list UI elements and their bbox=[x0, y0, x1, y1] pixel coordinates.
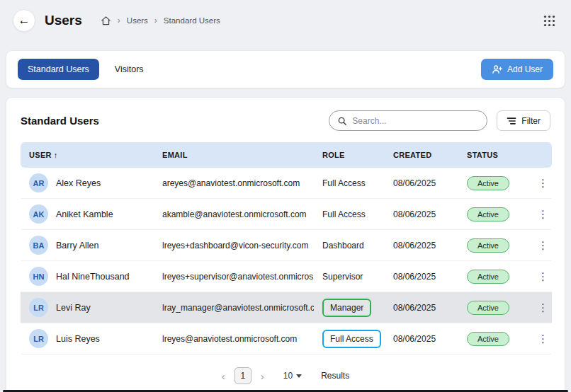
users-table: USER↑ EMAIL ROLE CREATED STATUS AR Alex … bbox=[21, 142, 552, 354]
avatar: LR bbox=[29, 298, 48, 317]
results-label: Results bbox=[321, 371, 349, 381]
email-cell: akamble@anaviotest.onmicrosoft.com bbox=[154, 199, 314, 230]
standard-users-panel: Standard Users Filter USER↑ EMAIL bbox=[6, 97, 565, 392]
status-cell: Active bbox=[458, 292, 526, 323]
kebab-menu-icon[interactable]: ⋮ bbox=[535, 208, 551, 221]
kebab-menu-icon[interactable]: ⋮ bbox=[535, 270, 551, 283]
chevron-right-icon: › bbox=[154, 16, 157, 25]
actions-cell: ⋮ bbox=[526, 292, 552, 323]
chevron-right-icon: › bbox=[118, 16, 120, 25]
search-icon bbox=[337, 116, 347, 126]
home-icon[interactable] bbox=[101, 16, 111, 26]
user-name: Luis Reyes bbox=[56, 334, 100, 344]
created-cell: 08/06/2025 bbox=[385, 292, 458, 323]
table-row[interactable]: AK Aniket Kamble akamble@anaviotest.onmi… bbox=[21, 199, 552, 230]
table-row[interactable]: AR Alex Reyes areyes@anaviotest.onmicros… bbox=[21, 168, 552, 199]
table-body: AR Alex Reyes areyes@anaviotest.onmicros… bbox=[21, 168, 552, 354]
column-status[interactable]: STATUS bbox=[458, 142, 526, 168]
sort-ascending-icon: ↑ bbox=[54, 151, 58, 159]
add-user-button[interactable]: Add User bbox=[481, 59, 553, 80]
person-plus-icon bbox=[492, 64, 502, 74]
table-row[interactable]: LR Luis Reyes lreyes@anaviotest.onmicros… bbox=[21, 323, 552, 354]
panel-title: Standard Users bbox=[21, 115, 99, 127]
column-actions bbox=[526, 142, 552, 168]
breadcrumb-item-standard-users[interactable]: Standard Users bbox=[164, 16, 220, 25]
page-size-value: 10 bbox=[283, 371, 293, 381]
email-cell: lreyes@anaviotest.onmicrosoft.com bbox=[154, 323, 314, 354]
status-badge: Active bbox=[467, 207, 509, 221]
status-cell: Active bbox=[458, 230, 526, 261]
role-cell: Full Access bbox=[314, 168, 385, 199]
user-cell: BA Barry Allen bbox=[21, 230, 154, 261]
back-arrow-icon: ← bbox=[18, 13, 30, 28]
tabs-card: Standard Users Visitors Add User bbox=[6, 50, 565, 88]
filter-icon bbox=[507, 117, 516, 125]
user-cell: AK Aniket Kamble bbox=[21, 199, 154, 230]
filter-label: Filter bbox=[521, 116, 541, 126]
back-button[interactable]: ← bbox=[13, 9, 35, 32]
caret-down-icon bbox=[296, 374, 302, 378]
page-size-select[interactable]: 10 bbox=[283, 371, 302, 381]
tab-visitors[interactable]: Visitors bbox=[105, 59, 154, 80]
actions-cell: ⋮ bbox=[526, 323, 552, 354]
avatar: AK bbox=[29, 204, 48, 224]
pagination: ‹ 1 › 10 Results bbox=[21, 367, 550, 384]
table-row[interactable]: HN Hal NineThousand lreyes+supervisor@an… bbox=[21, 261, 552, 292]
role-cell: Full Access bbox=[314, 199, 385, 230]
status-badge: Active bbox=[467, 238, 509, 253]
app-grid-button[interactable] bbox=[541, 12, 558, 30]
kebab-menu-icon[interactable]: ⋮ bbox=[535, 301, 551, 314]
user-name: Aniket Kamble bbox=[56, 209, 113, 219]
page-title: Users bbox=[45, 13, 82, 28]
next-page-button[interactable]: › bbox=[261, 370, 264, 382]
status-cell: Active bbox=[458, 323, 526, 354]
search-input[interactable] bbox=[352, 116, 479, 126]
table-row[interactable]: BA Barry Allen lreyes+dashboard@vicon-se… bbox=[21, 230, 552, 261]
status-cell: Active bbox=[458, 261, 526, 292]
status-badge: Active bbox=[467, 270, 509, 284]
user-cell: LR Levi Ray bbox=[21, 292, 154, 323]
column-user-label: USER bbox=[29, 151, 52, 159]
role-value: Full Access bbox=[322, 207, 366, 222]
table-row[interactable]: LR Levi Ray lray_manager@anaviotest.onmi… bbox=[21, 292, 552, 323]
user-cell: HN Hal NineThousand bbox=[21, 261, 154, 292]
user-name: Alex Reyes bbox=[56, 178, 101, 188]
user-name: Levi Ray bbox=[56, 303, 91, 313]
status-cell: Active bbox=[458, 168, 526, 199]
column-user[interactable]: USER↑ bbox=[21, 142, 154, 168]
created-cell: 08/06/2025 bbox=[385, 168, 458, 199]
kebab-menu-icon[interactable]: ⋮ bbox=[535, 333, 551, 345]
role-cell: Manager bbox=[314, 292, 385, 323]
tab-standard-users[interactable]: Standard Users bbox=[18, 59, 99, 80]
user-name: Hal NineThousand bbox=[56, 272, 130, 282]
breadcrumb-item-users[interactable]: Users bbox=[127, 16, 148, 25]
kebab-menu-icon[interactable]: ⋮ bbox=[535, 177, 551, 190]
breadcrumb: › Users › Standard Users bbox=[101, 16, 220, 26]
actions-cell: ⋮ bbox=[526, 261, 552, 292]
column-email[interactable]: EMAIL bbox=[154, 142, 314, 168]
created-cell: 08/06/2025 bbox=[385, 261, 458, 292]
previous-page-button[interactable]: ‹ bbox=[222, 370, 225, 382]
role-cell: Supervisor bbox=[314, 261, 385, 292]
table-header: USER↑ EMAIL ROLE CREATED STATUS bbox=[21, 142, 552, 168]
search-box[interactable] bbox=[329, 110, 487, 131]
status-badge: Active bbox=[467, 332, 509, 346]
column-role[interactable]: ROLE bbox=[314, 142, 385, 168]
kebab-menu-icon[interactable]: ⋮ bbox=[535, 239, 551, 252]
panel-header: Standard Users Filter bbox=[21, 110, 550, 131]
actions-cell: ⋮ bbox=[526, 168, 552, 199]
status-badge: Active bbox=[467, 301, 509, 315]
user-cell: AR Alex Reyes bbox=[21, 168, 154, 199]
column-created[interactable]: CREATED bbox=[385, 142, 458, 168]
filter-button[interactable]: Filter bbox=[497, 110, 550, 131]
avatar: BA bbox=[29, 236, 48, 255]
created-cell: 08/06/2025 bbox=[385, 199, 458, 230]
role-cell: Dashboard bbox=[314, 230, 385, 261]
avatar: HN bbox=[29, 267, 48, 286]
user-name: Barry Allen bbox=[56, 241, 98, 250]
role-value: Dashboard bbox=[322, 238, 364, 253]
page-number-button[interactable]: 1 bbox=[234, 367, 251, 384]
email-cell: lray_manager@anaviotest.onmicrosoft.c... bbox=[154, 292, 314, 323]
email-cell: lreyes+dashboard@vicon-security.com bbox=[154, 230, 314, 261]
email-cell: areyes@anaviotest.onmicrosoft.com bbox=[154, 168, 314, 199]
